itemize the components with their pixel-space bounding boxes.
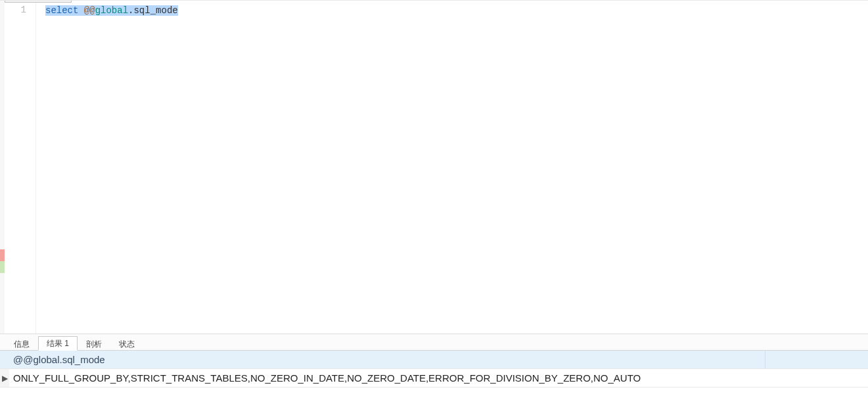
- results-pane: 信息 结果 1 剖析 状态 @@global.sql_mode ▶ ONLY_F…: [0, 334, 868, 400]
- editor-marker-green: [0, 261, 5, 273]
- token-at: @@: [84, 5, 95, 16]
- grid-header-handle: [0, 351, 9, 368]
- app-root: 1 select @@global.sql_mode 信息 结果 1 剖析 状态…: [0, 0, 868, 400]
- token-space: [78, 5, 83, 16]
- tab-profile[interactable]: 剖析: [78, 337, 110, 351]
- grid-column-header[interactable]: @@global.sql_mode: [9, 351, 765, 368]
- editor-marker-red: [0, 249, 5, 261]
- token-keyword: select: [45, 5, 78, 16]
- code-line-1: select @@global.sql_mode: [45, 5, 868, 16]
- line-number-1: 1: [5, 5, 26, 15]
- token-identifier: sql_mode: [133, 5, 177, 16]
- tab-info[interactable]: 信息: [5, 337, 38, 351]
- tab-status[interactable]: 状态: [110, 337, 143, 351]
- result-tab-bar: 信息 结果 1 剖析 状态: [0, 334, 868, 351]
- row-current-marker-icon: ▶: [0, 369, 9, 387]
- token-global: global: [95, 5, 128, 16]
- result-grid: @@global.sql_mode ▶ ONLY_FULL_GROUP_BY,S…: [0, 351, 868, 400]
- table-row[interactable]: ▶ ONLY_FULL_GROUP_BY,STRICT_TRANS_TABLES…: [0, 369, 868, 388]
- grid-cell-value[interactable]: ONLY_FULL_GROUP_BY,STRICT_TRANS_TABLES,N…: [9, 369, 868, 387]
- grid-header-row: @@global.sql_mode: [0, 351, 868, 369]
- sql-editor-area: 1 select @@global.sql_mode: [0, 0, 868, 334]
- tab-result-1[interactable]: 结果 1: [38, 336, 78, 351]
- sql-editor[interactable]: select @@global.sql_mode: [36, 1, 868, 334]
- editor-gutter: 1: [5, 1, 36, 334]
- editor-left-strip: [0, 1, 5, 334]
